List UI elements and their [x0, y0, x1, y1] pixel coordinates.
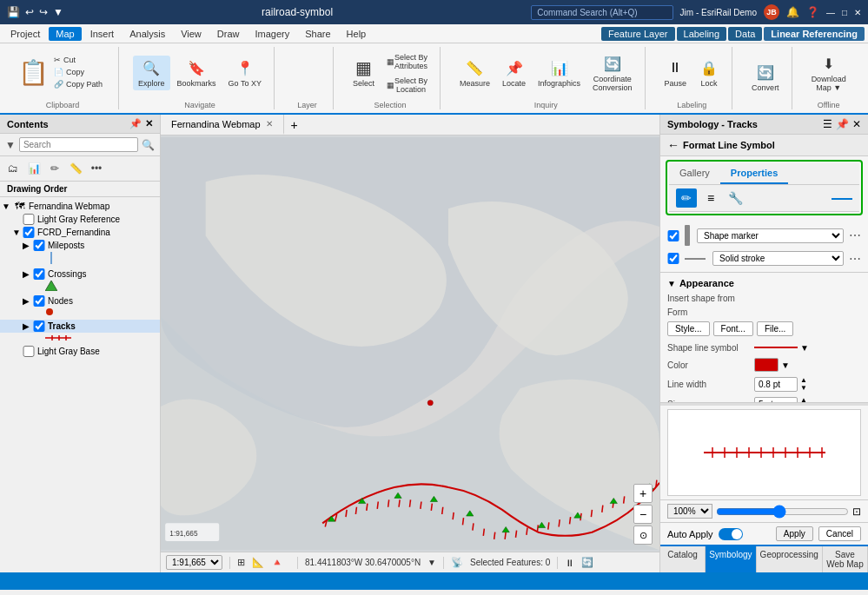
close-icon[interactable]: ✕ [854, 8, 861, 17]
checkbox-crossings[interactable] [33, 268, 45, 280]
footer-tab-save-web-map[interactable]: Save Web Map [823, 546, 868, 572]
file-button[interactable]: File... [757, 321, 793, 336]
checkbox-mileposts[interactable] [33, 240, 45, 251]
contents-close-icon[interactable]: ✕ [145, 118, 153, 129]
sym-tab-icon-pencil[interactable]: ✏ [676, 188, 697, 208]
infographics-button[interactable]: 📊 Infographics [533, 56, 586, 90]
save-icon[interactable]: 💾 [7, 6, 20, 18]
menu-help[interactable]: Help [340, 27, 374, 41]
checkbox-nodes[interactable] [33, 295, 45, 307]
lock-button[interactable]: 🔒 Lock [693, 56, 725, 90]
layer-item-nodes[interactable]: ▶ Nodes [0, 294, 160, 307]
appearance-section-header[interactable]: ▼ Appearance [667, 278, 861, 288]
shape-marker-dropdown[interactable]: Shape marker [697, 228, 844, 243]
cancel-button[interactable]: Cancel [818, 526, 861, 541]
bell-icon[interactable]: 🔔 [786, 6, 799, 18]
checkbox-fcrd[interactable] [23, 227, 35, 238]
line-width-input[interactable] [754, 377, 798, 392]
expand-fcrd[interactable]: ▼ [12, 228, 23, 237]
select-by-attrs-button[interactable]: ▦ Select ByAttributes [381, 50, 433, 73]
checkbox-tracks[interactable] [33, 321, 45, 332]
contents-tool-layers[interactable]: 🗂 [3, 159, 23, 178]
apply-button[interactable]: Apply [776, 526, 813, 541]
scale-selector[interactable]: 1:91,665 [166, 555, 222, 570]
refresh-icon[interactable]: 🔄 [581, 557, 593, 568]
solid-stroke-dropdown[interactable]: Solid stroke [712, 251, 844, 266]
menu-imagery[interactable]: Imagery [248, 27, 296, 41]
tab-feature-layer[interactable]: Feature Layer [601, 27, 674, 41]
full-extent-button[interactable]: ⊙ [633, 526, 653, 545]
menu-insert[interactable]: Insert [83, 27, 122, 41]
measure-button[interactable]: 📏 Measure [454, 56, 495, 90]
tab-data[interactable]: Data [728, 27, 762, 41]
cut-button[interactable]: ✂Cut [50, 55, 106, 65]
footer-tab-symbology[interactable]: Symbology [706, 546, 756, 572]
undo-icon[interactable]: ↩ [25, 6, 34, 18]
copy-button[interactable]: 📄Copy [50, 67, 106, 77]
menu-analysis[interactable]: Analysis [123, 27, 172, 41]
search-input[interactable] [19, 137, 138, 152]
select-by-loc-button[interactable]: ▦ Select ByLocation [381, 74, 433, 96]
resize-handle[interactable] [660, 402, 868, 406]
sym-layer-options-icon[interactable]: ⋯ [849, 228, 861, 242]
auto-apply-toggle[interactable] [719, 528, 743, 540]
layer-item-mileposts[interactable]: ▶ Mileposts [0, 239, 160, 252]
download-map-button[interactable]: ⬇ DownloadMap ▼ [806, 51, 851, 95]
zoom-selector[interactable]: 100% [667, 504, 712, 519]
map-tab-fernandina[interactable]: Fernandina Webmap ✕ [161, 115, 284, 135]
expand-nodes[interactable]: ▶ [23, 296, 33, 306]
sym-back-icon[interactable]: ← [667, 138, 679, 152]
help-icon[interactable]: ❓ [806, 6, 819, 18]
layer-item-light-gray-ref[interactable]: ▶ Light Gray Reference [0, 213, 160, 226]
coord-dropdown[interactable]: ▼ [427, 558, 436, 567]
tab-labeling[interactable]: Labeling [677, 27, 727, 41]
contents-tool-more[interactable]: ••• [87, 159, 106, 178]
layer-item-crossings[interactable]: ▶ Crossings [0, 268, 160, 281]
sym-close-icon[interactable]: ✕ [852, 118, 861, 130]
checkbox-light-gray-ref[interactable] [23, 214, 35, 225]
color-swatch[interactable] [754, 358, 779, 372]
menu-draw[interactable]: Draw [210, 27, 247, 41]
go-to-xy-button[interactable]: 📍 Go To XY [223, 56, 267, 90]
filter-icon[interactable]: ▼ [5, 139, 16, 151]
pause-button[interactable]: ⏸ Pause [659, 56, 692, 90]
layer-item-tracks[interactable]: ▶ Tracks [0, 320, 160, 333]
minimize-icon[interactable]: — [826, 8, 835, 17]
menu-project[interactable]: Project [3, 27, 47, 41]
checkbox-light-gray-base[interactable] [23, 346, 35, 357]
contents-tool-edit[interactable]: ✏ [45, 159, 64, 178]
locate-button[interactable]: 📌 Locate [497, 56, 531, 90]
convert-button[interactable]: 🔄 Convert [746, 60, 785, 95]
search-icon[interactable]: 🔍 [142, 139, 155, 151]
maximize-icon[interactable]: □ [842, 8, 847, 17]
contents-pin-icon[interactable]: 📌 [129, 118, 142, 129]
expand-fernandina[interactable]: ▼ [2, 202, 12, 211]
style-button[interactable]: Style... [667, 321, 710, 336]
map-canvas[interactable]: 1:91,665 + − ⊙ [161, 136, 659, 552]
more-icon[interactable]: ▼ [53, 6, 63, 18]
expand-tracks[interactable]: ▶ [23, 321, 33, 331]
copy-path-button[interactable]: 🔗Copy Path [50, 79, 106, 89]
font-button[interactable]: Font... [713, 321, 753, 336]
size-spinner[interactable]: ▲▼ [800, 396, 807, 402]
layer-item-fernandina-webmap[interactable]: ▼ 🗺 Fernandina Webmap [0, 199, 160, 213]
expand-crossings[interactable]: ▶ [23, 269, 33, 279]
select-button[interactable]: ▦ Select [348, 56, 380, 90]
sym-tab-icon-wrench[interactable]: 🔧 [725, 188, 745, 208]
sym-layer-stroke-options-icon[interactable]: ⋯ [849, 252, 861, 266]
color-dropdown-icon[interactable]: ▼ [781, 360, 790, 370]
menu-map[interactable]: Map [49, 27, 81, 41]
zoom-in-button[interactable]: + [633, 484, 653, 503]
coordinate-conv-button[interactable]: 🔄 CoordinateConversion [587, 51, 638, 95]
expand-mileposts[interactable]: ▶ [23, 241, 33, 250]
sym-pin-icon[interactable]: 📌 [836, 118, 849, 130]
sym-tab-gallery[interactable]: Gallery [669, 163, 720, 184]
explore-button[interactable]: 🔍 Explore [133, 56, 170, 90]
shape-line-symbol-dropdown-icon[interactable]: ▼ [800, 343, 809, 353]
sym-tab-icon-layers[interactable]: ≡ [700, 188, 721, 208]
map-tab-add-icon[interactable]: + [284, 116, 305, 135]
layer-item-light-gray-base[interactable]: ▶ Light Gray Base [0, 345, 160, 358]
zoom-slider[interactable] [716, 506, 849, 517]
map-tab-close-icon[interactable]: ✕ [266, 119, 273, 129]
paste-button[interactable]: 📋 ✂Cut 📄Copy 🔗Copy Path [14, 52, 111, 94]
